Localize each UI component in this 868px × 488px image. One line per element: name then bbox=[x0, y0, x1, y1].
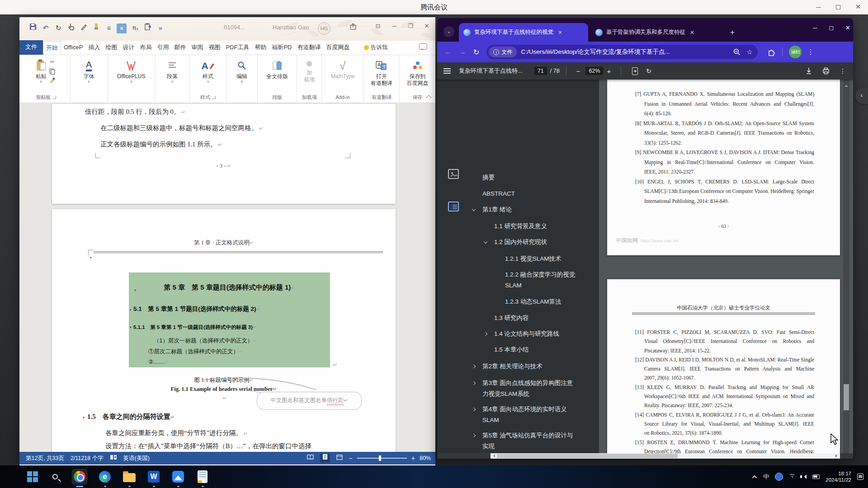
wifi-icon[interactable] bbox=[789, 474, 796, 479]
share-icon[interactable] bbox=[348, 23, 359, 33]
comments-icon[interactable] bbox=[419, 43, 427, 50]
chevron-down-icon[interactable] bbox=[484, 240, 487, 244]
scroll-right-arrow[interactable] bbox=[835, 454, 839, 458]
quick-access-more-icon[interactable]: » bbox=[155, 23, 166, 33]
web-layout-icon[interactable] bbox=[335, 454, 344, 463]
tab-close-icon[interactable]: ✕ bbox=[558, 29, 562, 36]
outline-item[interactable]: 1.2 国内外研究现状 bbox=[494, 237, 596, 248]
taskbar-explorer-icon[interactable] bbox=[122, 469, 137, 484]
typeset-button[interactable]: 全文排版 bbox=[266, 58, 288, 80]
outline-item[interactable]: ABSTRACT bbox=[482, 188, 578, 199]
officeplus-button[interactable]: OfficePLUS∨ bbox=[117, 58, 145, 84]
scheme-chip[interactable]: i 文件 bbox=[489, 47, 517, 57]
tray-app-icon[interactable] bbox=[775, 473, 783, 481]
outline-item[interactable]: 第3章 面向点线感知的异构图注意力视觉SLAM系统 bbox=[482, 378, 578, 399]
forward-button[interactable]: → bbox=[459, 48, 466, 56]
chevron-right-icon[interactable] bbox=[472, 365, 476, 368]
tray-expand-icon[interactable] bbox=[752, 475, 757, 479]
chevron-right-icon[interactable] bbox=[484, 332, 487, 336]
taskbar-edge-icon[interactable]: e bbox=[97, 469, 113, 484]
language-indicator[interactable]: 英语(美国) bbox=[123, 455, 150, 462]
pdf-rotate-icon[interactable]: ↻ bbox=[646, 67, 651, 75]
format-painter-icon[interactable] bbox=[48, 77, 57, 84]
ribbon-tab[interactable]: 开始 bbox=[43, 41, 61, 55]
ribbon-tab[interactable]: 帮助 bbox=[252, 41, 269, 55]
chrome-minimize-button[interactable]: ─ bbox=[813, 24, 817, 31]
paragraph-button[interactable]: 段落∨ bbox=[167, 58, 178, 84]
equation-icon[interactable]: πx bbox=[130, 23, 141, 33]
outline-item[interactable]: 第2章 相关理论与技术 bbox=[482, 361, 578, 372]
pdf-vertical-scrollbar[interactable] bbox=[843, 80, 849, 453]
pdf-menu-icon[interactable] bbox=[443, 67, 451, 75]
ribbon-tab[interactable]: 福昕PD bbox=[269, 41, 294, 55]
addin-button[interactable]: 加 载项 bbox=[304, 58, 315, 83]
pdf-more-icon[interactable]: ⋮ bbox=[840, 67, 846, 75]
scrollbar-thumb[interactable] bbox=[844, 384, 849, 410]
ribbon-tab[interactable]: 百度网盘 bbox=[323, 41, 352, 55]
chrome-close-button[interactable]: ✕ bbox=[845, 24, 850, 31]
outline-item[interactable]: 1.1 研究背景及意义 bbox=[494, 221, 596, 232]
scroll-up-arrow[interactable] bbox=[844, 83, 848, 87]
ime-indicator[interactable]: 中 bbox=[763, 473, 769, 481]
ribbon-tab[interactable]: 引用 bbox=[154, 41, 171, 55]
zoom-slider[interactable] bbox=[357, 458, 407, 459]
extensions-icon[interactable] bbox=[768, 48, 776, 56]
back-button[interactable]: ← bbox=[444, 48, 452, 56]
zoom-out-button[interactable]: − bbox=[349, 455, 353, 462]
print-layout-icon[interactable] bbox=[320, 454, 330, 463]
outline-item[interactable]: 1.3 研究内容 bbox=[494, 313, 596, 324]
scrollbar-thumb[interactable] bbox=[497, 454, 678, 458]
redo-icon[interactable]: ↻ bbox=[53, 23, 64, 33]
page-indicator[interactable]: 第12页, 共33页 bbox=[26, 455, 64, 462]
pdf-download-icon[interactable] bbox=[805, 67, 812, 75]
outline-item[interactable]: 第5章 油气场站仿真平台的设计与实现 bbox=[482, 430, 578, 452]
ribbon-tab[interactable]: 设计 bbox=[120, 41, 137, 55]
browser-tab-active[interactable]: 复杂环境下基于点线特征的视觉 ✕ bbox=[459, 23, 588, 42]
undo-icon[interactable]: ↶ bbox=[40, 23, 51, 33]
highlighter-icon[interactable] bbox=[91, 23, 102, 33]
taskbar-notes-icon[interactable] bbox=[195, 469, 210, 484]
outline-item[interactable]: 1.5 本章小结 bbox=[494, 344, 596, 355]
reload-button[interactable]: ↻ bbox=[473, 48, 479, 56]
baidu-netdisk-button[interactable]: 保存到 百度网盘 bbox=[407, 58, 429, 87]
screen-edge-handle[interactable]: ‹ bbox=[855, 88, 868, 104]
profile-avatar[interactable]: 涵钊 bbox=[789, 46, 802, 58]
chrome-maximize-button[interactable]: ◻ bbox=[829, 24, 834, 31]
chevron-down-icon[interactable] bbox=[472, 207, 476, 211]
document-canvas[interactable]: 倍行距，段前 0.5 行，段后为 0。 ↵ 在二级标题和三级标题中，标题号和标题… bbox=[19, 103, 435, 452]
pdf-page-input[interactable]: 71 bbox=[534, 67, 547, 75]
paste-special-icon[interactable] bbox=[142, 23, 153, 33]
browser-tab-inactive[interactable]: 基于骨架协调关系和多尺度特征 ✕ bbox=[591, 23, 716, 42]
zoom-level[interactable]: 80% bbox=[420, 455, 431, 461]
pdf-zoom-in-icon[interactable]: + bbox=[607, 67, 611, 75]
minimize-button[interactable] bbox=[808, 0, 828, 14]
avatar[interactable]: HG bbox=[318, 22, 330, 35]
ribbon-tab[interactable]: OfficeP bbox=[61, 41, 85, 55]
ribbon-tab[interactable]: 有道翻译 bbox=[294, 41, 323, 55]
pdf-content[interactable]: [7] GUPTA A, FERNANDO X. Simultaneous Lo… bbox=[599, 80, 853, 453]
line-spacing-icon[interactable]: ≡ bbox=[104, 23, 114, 33]
battery-icon[interactable] bbox=[812, 474, 820, 479]
word-minimize-button[interactable]: ─ bbox=[389, 23, 399, 29]
style-button[interactable]: A 样式∨ bbox=[201, 58, 214, 84]
url-text[interactable]: C:/Users/iiii/Desktop/论文写作交流/复杂环境下基于点... bbox=[521, 48, 711, 56]
proofing-icon[interactable] bbox=[110, 455, 117, 462]
edit-button[interactable]: 编辑∨ bbox=[236, 58, 247, 84]
outline-item[interactable]: 1.2.2 融合深度学习的视觉SLAM bbox=[505, 269, 576, 291]
font-button[interactable]: A 字体∨ bbox=[84, 58, 94, 84]
notification-center-icon[interactable] bbox=[857, 474, 863, 480]
clock[interactable]: 18:17 2024/11/22 bbox=[826, 470, 851, 483]
start-button[interactable] bbox=[25, 469, 40, 484]
pdf-zoom-level[interactable]: 62% bbox=[585, 67, 603, 75]
outline-item[interactable]: 摘要 bbox=[482, 172, 578, 183]
ribbon-tab[interactable]: 审阅 bbox=[189, 41, 206, 55]
word-restore-button[interactable]: ❐ bbox=[406, 23, 415, 29]
pdf-zoom-out-icon[interactable]: − bbox=[576, 67, 580, 75]
ribbon-display-options-icon[interactable]: ⊡ bbox=[373, 23, 383, 29]
word-close-button[interactable]: ✕ bbox=[422, 23, 432, 29]
scroll-left-arrow[interactable] bbox=[491, 454, 495, 458]
bookmark-star-icon[interactable]: ☆ bbox=[747, 48, 753, 56]
touch-mode-icon[interactable] bbox=[66, 23, 76, 33]
ribbon-tab[interactable]: 插入 bbox=[85, 41, 103, 55]
address-bar[interactable]: i 文件 C:/Users/iiii/Desktop/论文写作交流/复杂环境下基… bbox=[486, 45, 758, 59]
